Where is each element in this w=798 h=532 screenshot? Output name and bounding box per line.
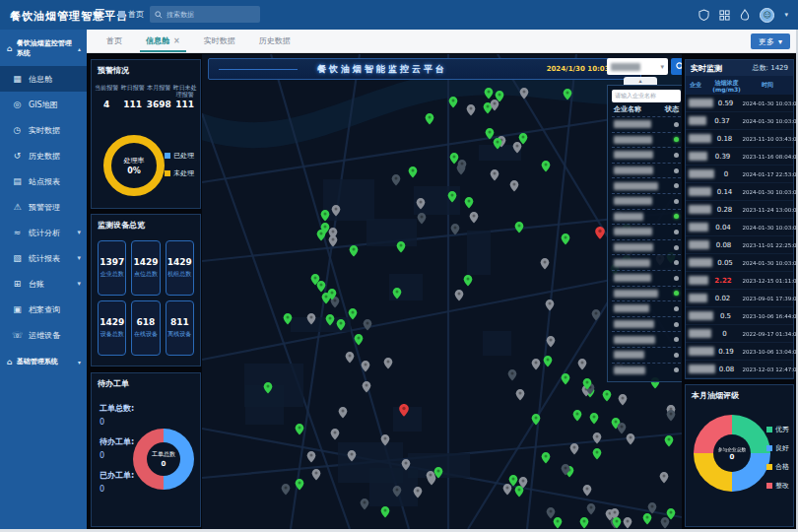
alarm-stat-label: 本月报警 <box>146 84 172 98</box>
user-avatar[interactable]: ☺ <box>760 8 774 23</box>
chevron-down-icon: ▾ <box>660 63 664 71</box>
dropdown-collapse-button[interactable]: ▴ <box>624 77 657 85</box>
apps-grid-icon[interactable] <box>719 10 730 21</box>
list-item[interactable] <box>612 193 681 209</box>
table-row[interactable]: 0.282023-11-24 13:00:00 <box>686 201 793 219</box>
table-row[interactable]: 0.182023-11-10 03:43:00 <box>686 130 793 148</box>
sidebar-item-5[interactable]: ▤站点报表 <box>0 168 87 194</box>
timestamp: 2022-09-17 01:34:00 <box>742 330 793 336</box>
list-item[interactable] <box>612 254 681 270</box>
company-name-input[interactable]: 请输入企业名称 <box>612 90 681 102</box>
concentration-value: 0.28 <box>711 206 738 214</box>
sidebar-item-6[interactable]: ⚠预警管理 <box>0 194 87 220</box>
company-select[interactable]: ▾ <box>607 58 668 75</box>
map-icon: ◎ <box>12 100 23 109</box>
gis-map[interactable]: 餐饮油烟智能监控云平台 2024/1/30 10:03 星期二 ▾ ▴ 请输入企… <box>202 54 682 529</box>
table-row[interactable]: 0.082023-12-03 12:47:00 <box>686 361 793 378</box>
sidebar-item-label: 台账 <box>29 279 44 290</box>
legend-swatch <box>766 483 772 489</box>
sidebar-item-8[interactable]: ▧统计报表▾ <box>0 245 87 271</box>
list-item[interactable] <box>612 347 681 363</box>
device-stat-label: 在线设备 <box>134 330 158 339</box>
hamburger-menu-icon[interactable]: ☰ <box>95 7 105 21</box>
list-item[interactable] <box>612 286 681 301</box>
list-item[interactable] <box>612 116 681 132</box>
table-row[interactable]: 0.372024-01-30 10:03:00 <box>686 112 793 130</box>
chevron-down-icon[interactable]: ▾ <box>784 11 788 19</box>
list-item[interactable] <box>612 316 681 332</box>
list-item[interactable] <box>612 163 681 178</box>
concentration-value: 0 <box>711 330 738 338</box>
sidebar-group-header[interactable]: ⌂ 餐饮油烟监控管理系统 ▴ <box>0 30 87 66</box>
status-dot-gray <box>674 245 679 250</box>
tab-3[interactable]: 实时数据 <box>192 30 247 52</box>
shield-icon[interactable] <box>698 9 709 21</box>
sidebar-item-label: GIS地图 <box>29 100 58 110</box>
flame-icon[interactable] <box>740 9 750 21</box>
workorder-donut: 工单总数 0 <box>133 429 194 490</box>
sidebar-item-10[interactable]: ▣档案查询 <box>0 297 87 322</box>
masked-company-name <box>614 274 651 282</box>
list-item[interactable] <box>612 300 681 316</box>
chevron-down-icon: ▾ <box>78 359 81 366</box>
company-dropdown: 请输入企业名称 企业名称 状态 <box>607 85 682 382</box>
table-row[interactable]: 0.192023-10-06 13:04:00 <box>686 343 793 361</box>
tab-1[interactable]: 首页 <box>95 30 134 52</box>
list-item[interactable] <box>612 363 681 378</box>
sidebar-item-3[interactable]: ◷实时数据 <box>0 117 87 143</box>
table-row[interactable]: 0.392023-11-16 08:04:00 <box>686 148 793 166</box>
device-stat-value: 1429 <box>167 257 192 267</box>
status-dot-gray <box>674 230 679 234</box>
masked-company-name <box>689 240 709 249</box>
sidebar-item-9[interactable]: ⊞台账▾ <box>0 271 87 297</box>
list-item[interactable] <box>612 331 681 347</box>
concentration-value: 0.04 <box>708 224 738 232</box>
tab-2[interactable]: 信息舱× <box>134 30 192 52</box>
sidebar-item-2[interactable]: ◎GIS地图 <box>0 92 87 117</box>
masked-company-name <box>689 347 714 356</box>
alarm-stat-label: 昨日报警 <box>120 84 147 98</box>
more-button[interactable]: 更多 ▾ <box>751 33 790 49</box>
close-icon[interactable]: × <box>173 36 180 45</box>
status-dot-gray <box>674 183 679 188</box>
nav-home-chip[interactable]: 首页 <box>118 9 144 20</box>
company-search-button[interactable] <box>671 58 682 75</box>
masked-company-name <box>614 182 658 190</box>
table-row[interactable]: 0.142024-01-30 10:03:00 <box>686 183 793 201</box>
timestamp: 2024-01-30 10:03:00 <box>742 100 793 105</box>
sidebar-item-4[interactable]: ↺历史数据 <box>0 143 87 168</box>
list-item[interactable] <box>612 270 681 286</box>
sidebar-item-1[interactable]: ▦信息舱 <box>0 66 87 92</box>
device-overview-panel: 监测设备总览 1397企业总数1429点位总数1429机组总数1429设备总数6… <box>91 214 201 366</box>
masked-company-name <box>614 228 652 235</box>
table-row[interactable]: 0.042024-01-30 10:03:00 <box>686 219 793 236</box>
legend-label: 优秀 <box>775 425 789 434</box>
table-row[interactable]: 2.222023-12-15 01:11:00 <box>686 272 793 290</box>
list-item[interactable] <box>612 239 681 255</box>
list-item[interactable] <box>612 177 681 193</box>
table-row[interactable]: 02024-01-17 22:53:00 <box>686 166 793 183</box>
table-row[interactable]: 0.52023-10-06 16:44:00 <box>686 307 793 325</box>
sidebar-item-7[interactable]: ≈统计分析▾ <box>0 220 87 245</box>
legend-swatch <box>766 464 772 470</box>
device-stat-value: 1429 <box>133 257 158 267</box>
list-item[interactable] <box>612 132 681 148</box>
list-item[interactable] <box>612 224 681 239</box>
table-row[interactable]: 0.082023-11-01 22:25:00 <box>686 236 793 254</box>
realtime-monitor-panel: 实时监测 总数: 1429 企业 油烟浓度(mg/m3) 时间 0.592024… <box>685 59 794 379</box>
masked-company-name <box>614 351 644 359</box>
global-search-input[interactable]: 搜索数据 <box>150 6 260 23</box>
tab-4[interactable]: 历史数据 <box>247 30 302 52</box>
table-row[interactable]: 02022-09-17 01:34:00 <box>686 325 793 343</box>
sidebar-item-11[interactable]: ☏运维设备 <box>0 322 87 348</box>
legend-item: 良好 <box>766 443 789 453</box>
list-item[interactable] <box>612 209 681 225</box>
concentration-value: 0.19 <box>714 348 738 356</box>
table-row[interactable]: 0.592024-01-30 10:03:00 <box>686 95 793 112</box>
tab-label: 实时数据 <box>204 35 235 46</box>
table-row[interactable]: 0.052024-01-30 10:03:00 <box>686 254 793 272</box>
list-item[interactable] <box>612 147 681 163</box>
table-row[interactable]: 0.022023-09-01 17:39:00 <box>686 290 793 307</box>
sidebar-group-base[interactable]: ⌂基础管理系统▾ <box>0 348 87 374</box>
alarm-legend: 已处理未处理 <box>165 151 194 186</box>
